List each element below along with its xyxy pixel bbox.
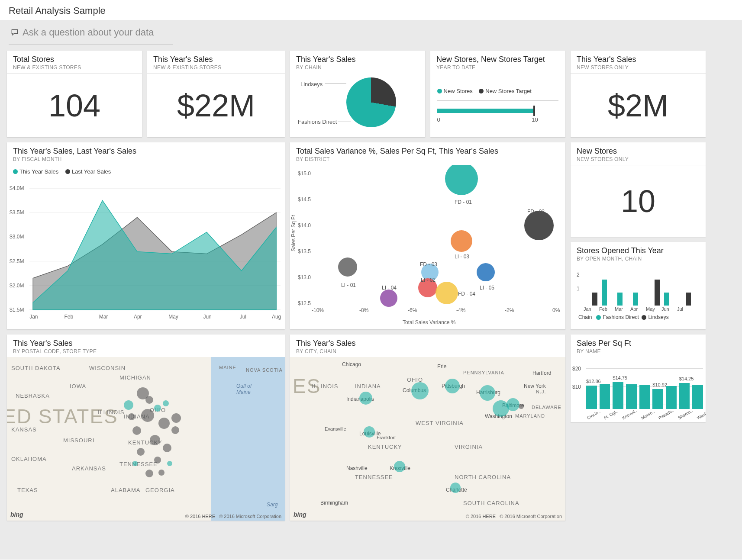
- bullet-axis: 0 10: [437, 116, 538, 123]
- svg-text:$3.5M: $3.5M: [10, 209, 24, 216]
- tile-new-stores-target[interactable]: New Stores, New Stores Target YEAR TO DA…: [430, 51, 565, 137]
- tile-stores-opened[interactable]: Stores Opened This Year BY OPEN MONTH, C…: [571, 242, 706, 329]
- legend: This Year Sales Last Year Sales: [7, 165, 285, 177]
- svg-text:$1.5M: $1.5M: [10, 307, 24, 313]
- svg-point-40: [477, 263, 495, 281]
- tile-sales-by-postal[interactable]: This Year's Sales BY POSTAL CODE, STORE …: [7, 335, 285, 521]
- svg-text:LI - 01: LI - 01: [341, 282, 356, 288]
- svg-text:-2%: -2%: [505, 307, 514, 313]
- dashboard: Ask a question about your data Total Sto…: [0, 20, 742, 560]
- dot-icon: [437, 89, 442, 93]
- kpi-value: $22M: [177, 88, 255, 123]
- tile-subtitle: BY CITY, CHAIN: [296, 348, 559, 354]
- map-credit: © 2016 HERE © 2016 Microsoft Corporation: [185, 514, 281, 519]
- tile-grid: Total Stores NEW & EXISTING STORES 104 T…: [7, 45, 735, 551]
- dot-icon: [642, 315, 646, 320]
- svg-text:$14.5: $14.5: [298, 196, 311, 203]
- legend-label: Chain: [578, 314, 592, 320]
- svg-text:LI - 02: LI - 02: [421, 277, 436, 283]
- svg-point-44: [380, 290, 397, 307]
- tile-sales-new[interactable]: This Year's Sales NEW STORES ONLY $2M: [571, 51, 706, 137]
- tile-sales-per-sqft[interactable]: Sales Per Sq Ft BY NAME $20 $10 $12.86 $…: [571, 335, 706, 422]
- dot-icon: [65, 169, 70, 174]
- svg-text:-8%: -8%: [359, 307, 369, 313]
- svg-text:-6%: -6%: [408, 307, 417, 313]
- tile-sales-by-month[interactable]: This Year's Sales, Last Year's Sales BY …: [7, 142, 285, 329]
- qna-input[interactable]: Ask a question about your data: [9, 24, 173, 45]
- svg-point-48: [436, 282, 458, 304]
- svg-text:FD - 02: FD - 02: [527, 209, 545, 215]
- tile-title: New Stores, New Stores Target: [436, 55, 559, 64]
- svg-text:-10%: -10%: [312, 307, 324, 313]
- y-axis-label: Sales Per Sq Ft: [290, 215, 297, 251]
- svg-text:Apr: Apr: [134, 314, 142, 320]
- bullet-bar: [437, 109, 535, 113]
- tile-subtitle: NEW STORES ONLY: [577, 64, 700, 71]
- tile-subtitle: YEAR TO DATE: [436, 64, 559, 71]
- tile-title: This Year's Sales, Last Year's Sales: [13, 147, 279, 156]
- tile-sales-all[interactable]: This Year's Sales NEW & EXISTING STORES …: [147, 51, 285, 137]
- legend-text: Lindseys: [648, 314, 668, 320]
- svg-text:$2.0M: $2.0M: [10, 283, 24, 289]
- svg-text:Jun: Jun: [203, 314, 211, 320]
- legend-text: Last Year Sales: [72, 168, 111, 175]
- svg-text:$14.0: $14.0: [298, 222, 311, 229]
- tile-sales-by-chain[interactable]: This Year's Sales BY CHAIN Lindseys Fash…: [290, 51, 425, 137]
- dot-icon: [479, 89, 484, 93]
- tile-title: New Stores: [577, 147, 700, 156]
- svg-text:$3.0M: $3.0M: [10, 234, 24, 240]
- tile-title: This Year's Sales: [296, 55, 419, 64]
- bullet-legend: New Stores New Stores Target: [437, 87, 559, 94]
- svg-point-34: [524, 211, 554, 240]
- bullet-target-marker: [533, 106, 535, 116]
- map-postal[interactable]: ED STATES SOUTH DAKOTA NEBRASKA KANSAS O…: [7, 357, 285, 521]
- tile-subtitle: BY POSTAL CODE, STORE TYPE: [13, 348, 279, 354]
- svg-text:May: May: [168, 314, 178, 320]
- dot-icon: [13, 169, 18, 174]
- kpi-value: $2M: [608, 88, 668, 123]
- bar-chart: $20 $10 $12.86 $14.75 $10.92 $14.25: [571, 357, 706, 422]
- tile-title: Stores Opened This Year: [577, 246, 700, 255]
- scatter-chart: $12.5 $13.0 $13.5 $14.0 $14.5 $15.0 Sale…: [290, 165, 565, 329]
- kpi-value: 104: [48, 88, 100, 123]
- bing-logo: bing: [10, 511, 23, 518]
- svg-point-32: [445, 165, 478, 195]
- svg-text:FD - 04: FD - 04: [458, 291, 475, 297]
- tile-subtitle: BY DISTRICT: [296, 156, 559, 162]
- svg-text:$12.5: $12.5: [298, 300, 311, 306]
- pie-chart: [346, 77, 396, 127]
- svg-text:0%: 0%: [552, 307, 560, 313]
- legend: Chain Fashions Direct Lindseys: [576, 312, 700, 322]
- legend-fashions: Fashions Direct: [298, 119, 337, 125]
- x-axis-label: Total Sales Variance %: [403, 319, 456, 325]
- tile-subtitle: NEW STORES ONLY: [577, 156, 700, 162]
- svg-text:Feb: Feb: [64, 314, 73, 320]
- bing-logo: bing: [294, 511, 306, 518]
- svg-point-36: [451, 230, 472, 252]
- tile-total-stores[interactable]: Total Stores NEW & EXISTING STORES 104: [7, 51, 142, 137]
- svg-point-42: [338, 257, 357, 277]
- svg-text:Aug: Aug: [272, 314, 281, 320]
- tile-sales-by-city[interactable]: This Year's Sales BY CITY, CHAIN ES ILLI…: [290, 335, 565, 521]
- tile-subtitle: NEW & EXISTING STORES: [13, 64, 136, 71]
- svg-text:$15.0: $15.0: [298, 171, 311, 177]
- legend-text: New Stores: [444, 88, 473, 94]
- svg-text:Jul: Jul: [240, 314, 246, 320]
- svg-text:FD - 01: FD - 01: [455, 199, 472, 205]
- page-title: Retail Analysis Sample: [0, 0, 742, 20]
- tile-subtitle: BY OPEN MONTH, CHAIN: [577, 256, 700, 262]
- map-label: ED STATES: [7, 405, 118, 428]
- svg-text:$4.0M: $4.0M: [10, 185, 24, 191]
- map-city[interactable]: ES ILLINOIS INDIANA OHIO PENNSYLVANIA WE…: [290, 357, 565, 521]
- tile-title: Sales Per Sq Ft: [577, 339, 700, 348]
- tile-new-stores-count[interactable]: New Stores NEW STORES ONLY 10: [571, 142, 706, 237]
- svg-text:$13.5: $13.5: [298, 248, 311, 254]
- tile-variance-scatter[interactable]: Total Sales Variance %, Sales Per Sq Ft,…: [290, 142, 565, 329]
- qna-placeholder: Ask a question about your data: [23, 27, 154, 38]
- svg-text:FD - 03: FD - 03: [420, 261, 437, 267]
- svg-text:LI - 05: LI - 05: [480, 285, 494, 291]
- leader-line: [325, 84, 346, 84]
- legend-text: New Stores Target: [485, 88, 532, 94]
- tile-title: Total Sales Variance %, Sales Per Sq Ft,…: [296, 147, 559, 156]
- tile-title: This Year's Sales: [153, 55, 279, 64]
